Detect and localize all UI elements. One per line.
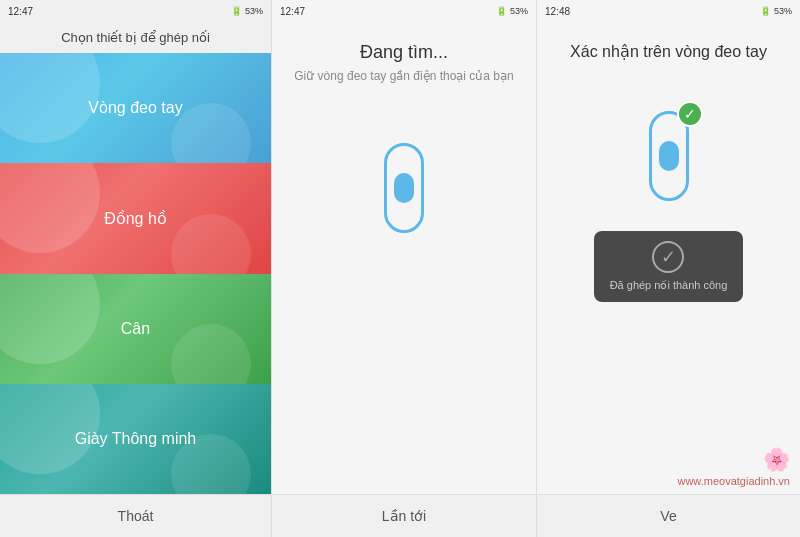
status-time-2: 12:47 (280, 6, 305, 17)
panel3-content: Xác nhận trên vòng đeo tay ✓ ✓ Đã ghép n… (537, 22, 800, 494)
thoat-button[interactable]: Thoát (118, 508, 154, 524)
searching-subtitle: Giữ vòng đeo tay gần điện thoại của bạn (294, 69, 513, 83)
panel1-bottom: Thoát (0, 494, 271, 537)
time-label-3: 12:48 (545, 6, 570, 17)
watermark-url: www.meovatgiadinh.vn (677, 475, 790, 487)
status-bar-3: 12:48 🔋 53% (537, 0, 800, 22)
bracelet-label: Vòng đeo tay (88, 99, 182, 117)
toast-check-icon: ✓ (652, 241, 684, 273)
shoes-label: Giày Thông minh (75, 430, 197, 448)
status-time-1: 12:47 (8, 6, 33, 17)
battery-icon-1: 🔋 (231, 6, 242, 16)
status-icons-3: 🔋 53% (760, 6, 792, 16)
device-item-watch[interactable]: Đồng hồ (0, 163, 271, 273)
time-label-2: 12:47 (280, 6, 305, 17)
panel-searching: 12:47 🔋 53% Đang tìm... Giữ vòng đeo tay… (271, 0, 536, 537)
success-toast: ✓ Đã ghép nối thành công (594, 231, 744, 302)
status-bar-2: 12:47 🔋 53% (272, 0, 536, 22)
battery-icon-3: 🔋 (760, 6, 771, 16)
toast-text: Đã ghép nối thành công (610, 279, 728, 292)
watch-label: Đồng hồ (104, 209, 167, 228)
watermark-logo: 🌸 (677, 447, 790, 473)
lan-toi-button[interactable]: Lần tới (382, 508, 426, 524)
device-menu: Vòng đeo tay Đồng hồ Cân Giày Thông minh (0, 53, 271, 494)
confirm-title: Xác nhận trên vòng đeo tay (570, 42, 767, 61)
watermark-flower-icon: 🌸 (763, 447, 790, 473)
device-item-shoes[interactable]: Giày Thông minh (0, 384, 271, 494)
status-icons-2: 🔋 53% (496, 6, 528, 16)
battery-icon-2: 🔋 (496, 6, 507, 16)
band-confirm-wrapper: ✓ (649, 111, 689, 201)
watermark: 🌸 www.meovatgiadinh.vn (677, 447, 790, 487)
panel3-bottom: Ve (537, 494, 800, 537)
battery-label-3: 53% (774, 6, 792, 16)
mi-band-body (384, 143, 424, 233)
panel2-bottom: Lần tới (272, 494, 536, 537)
scale-label: Cân (121, 320, 150, 338)
check-badge-icon: ✓ (677, 101, 703, 127)
mi-band-confirm-screen (659, 141, 679, 171)
mi-band-screen (394, 173, 414, 203)
status-bar-1: 12:47 🔋 53% (0, 0, 271, 22)
time-label-1: 12:47 (8, 6, 33, 17)
device-item-bracelet[interactable]: Vòng đeo tay (0, 53, 271, 163)
panel2-content: Đang tìm... Giữ vòng đeo tay gần điện th… (272, 22, 536, 494)
panel1-header: Chọn thiết bị để ghép nối (0, 22, 271, 53)
status-time-3: 12:48 (545, 6, 570, 17)
panel-device-select: 12:47 🔋 53% Chọn thiết bị để ghép nối Vò… (0, 0, 271, 537)
battery-label-1: 53% (245, 6, 263, 16)
device-item-scale[interactable]: Cân (0, 274, 271, 384)
panel-confirm: 12:48 🔋 53% Xác nhận trên vòng đeo tay ✓… (536, 0, 800, 537)
searching-title: Đang tìm... (360, 42, 448, 63)
ve-button[interactable]: Ve (660, 508, 676, 524)
panel1-header-text: Chọn thiết bị để ghép nối (61, 30, 210, 45)
status-icons-1: 🔋 53% (231, 6, 263, 16)
battery-label-2: 53% (510, 6, 528, 16)
mi-band-illustration (384, 143, 424, 233)
